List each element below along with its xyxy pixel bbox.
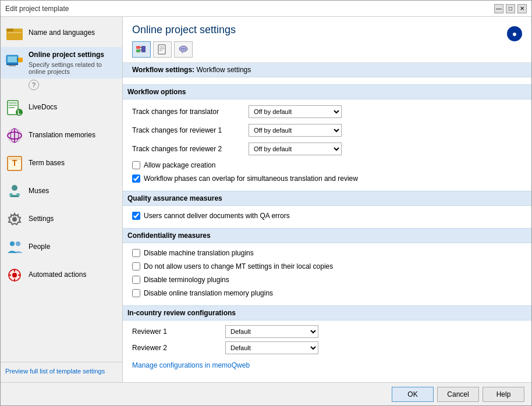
sidebar-footer: Preview full list of template settings [1,362,122,380]
panel-header: Online project settings ● [123,17,531,63]
section-header-workflow: Workflow options [123,84,531,99]
svg-point-25 [16,193,20,197]
sidebar-item-translation-memories[interactable]: Translation memories [1,122,122,149]
settings-icon [5,210,24,229]
track-reviewer1-select[interactable]: Off by default On by default Forced on F… [249,124,342,137]
sidebar-label-name-and-languages: Name and languages [29,29,95,38]
svg-rect-36 [136,49,140,52]
sidebar-item-people[interactable]: People [1,233,122,261]
qa-errors-checkbox[interactable] [132,212,140,220]
workflow-tab-icon [136,44,147,55]
sidebar-label-livedocs: LiveDocs [29,103,57,112]
title-bar: Edit project template — □ ✕ [1,1,531,17]
reviewer1-label: Reviewer 1 [132,327,225,336]
svg-point-30 [12,273,17,277]
help-icon[interactable]: ? [29,80,39,90]
tab-icons-bar [132,41,522,58]
track-reviewer2-select[interactable]: Off by default On by default Forced on F… [249,143,342,155]
window-title: Edit project template [5,5,69,13]
chat-tab-icon [178,44,189,55]
svg-point-26 [12,217,17,222]
svg-rect-2 [6,29,13,31]
track-translator-select[interactable]: Off by default On by default Forced on F… [249,105,342,118]
workflow-phases-checkbox[interactable] [132,174,140,183]
tab-workflow-button[interactable] [132,41,151,58]
disable-otm-checkbox[interactable] [132,289,140,297]
svg-rect-22 [9,158,20,160]
sidebar-label-tm: Translation memories [29,131,95,140]
svg-rect-13 [9,107,15,108]
svg-point-48 [185,48,186,49]
qa-errors-label: Users cannot deliver documents with QA e… [144,212,290,220]
track-translator-label: Track changes for translator [132,108,249,116]
sidebar-item-automated-actions[interactable]: Automated actions [1,261,122,289]
sidebar-item-livedocs[interactable]: L LiveDocs [1,94,122,122]
track-reviewer2-row: Track changes for reviewer 2 Off by defa… [132,141,522,156]
minimize-button[interactable]: — [494,4,503,13]
sidebar-item-term-bases[interactable]: T Term bases [1,149,122,177]
allow-package-checkbox[interactable] [132,161,140,169]
help-button[interactable]: Help [483,387,524,402]
svg-rect-41 [159,47,164,48]
online-label-group: Online project settings Specify settings… [29,51,118,75]
no-change-mt-label: Do not allow users to change MT settings… [144,262,333,270]
tab-chat-button[interactable] [174,41,193,58]
disable-term-label: Disable terminology plugins [144,276,229,284]
svg-rect-35 [136,46,140,49]
sidebar-item-online-project-settings[interactable]: Online project settings Specify settings… [1,47,122,79]
close-button[interactable]: ✕ [517,4,527,13]
term-icon: T [5,154,24,173]
svg-rect-43 [159,50,162,51]
disable-mt-checkbox[interactable] [132,249,140,257]
svg-rect-8 [6,63,18,65]
sidebar-label-auto: Automated actions [29,270,86,280]
no-change-mt-row: Do not allow users to change MT settings… [132,261,522,272]
right-panel: Online project settings ● [123,17,531,382]
workflow-label: Workflow settings: [132,66,194,74]
panel-body: Workflow options Track changes for trans… [123,77,531,382]
section-header-qa: Quality assurance measures [123,191,531,206]
allow-package-row: Allow package creation [132,160,522,170]
reviewer1-select[interactable]: Default Option 1 Option 2 [225,325,318,338]
svg-point-27 [10,241,15,246]
svg-point-47 [183,48,184,49]
reviewer2-select[interactable]: Default Option 1 Option 2 [225,341,318,354]
sidebar-label-muses: Muses [29,187,49,196]
svg-rect-42 [159,48,164,49]
manage-configurations-link[interactable]: Manage configurations in memoQweb [132,361,250,369]
svg-marker-45 [182,52,183,54]
svg-text:L: L [17,109,21,116]
disable-otm-row: Disable online translation memory plugin… [132,288,522,298]
document-tab-icon [157,44,168,55]
online-icon [5,52,24,70]
bottom-bar: OK Cancel Help [1,382,531,405]
user-avatar: ● [507,26,522,41]
sidebar-item-name-and-languages[interactable]: Name and languages [1,19,122,47]
maximize-button[interactable]: □ [506,4,515,13]
svg-point-28 [16,241,20,246]
section-header-incountry: In-country review configurations [123,305,531,320]
section-header-confidentiality: Confidentiality measures [123,228,531,243]
panel-title: Online project settings [132,24,236,36]
muses-icon [5,182,24,201]
svg-point-23 [12,185,17,191]
svg-point-24 [9,193,13,197]
cancel-button[interactable]: Cancel [437,387,479,402]
tab-document-button[interactable] [153,41,172,58]
main-window: Edit project template — □ ✕ Name and lan… [0,0,532,406]
disable-mt-label: Disable machine translation plugins [144,249,254,257]
preview-link[interactable]: Preview full list of template settings [5,368,105,375]
sidebar-item-settings[interactable]: Settings [1,205,122,233]
sidebar-item-muses[interactable]: Muses [1,177,122,205]
reviewer2-label: Reviewer 2 [132,344,225,352]
window-controls: — □ ✕ [494,4,527,13]
workflow-phases-label: Workflow phases can overlap for simultan… [144,174,358,183]
ok-button[interactable]: OK [392,387,434,402]
people-icon [5,238,24,257]
disable-mt-row: Disable machine translation plugins [132,248,522,258]
sidebar-label-online: Online project settings [29,51,118,60]
no-change-mt-checkbox[interactable] [132,262,140,270]
disable-term-checkbox[interactable] [132,276,140,284]
svg-rect-9 [9,65,16,66]
svg-rect-3 [8,32,22,33]
